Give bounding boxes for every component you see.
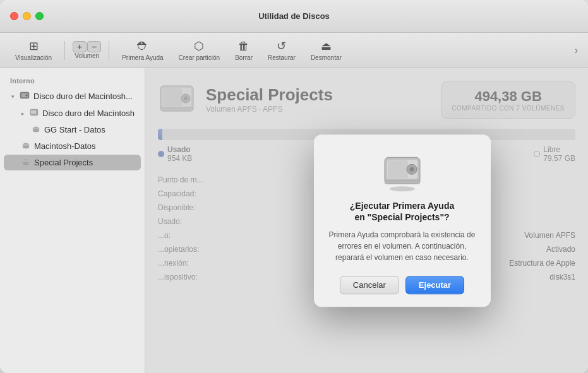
content-pane: Special Projects Volumen APFS · APFS 494… <box>145 68 588 373</box>
modal-disk-icon <box>382 152 423 192</box>
toolbar-separator-2 <box>109 41 109 60</box>
toolbar-desmontar[interactable]: ⏏ Desmontar <box>306 37 347 64</box>
svg-point-24 <box>409 167 414 171</box>
grid-icon: ⊞ <box>29 39 39 53</box>
toolbar-crear-particion-label: Crear partición <box>179 54 220 61</box>
svg-point-7 <box>33 129 39 132</box>
svg-point-26 <box>390 186 415 191</box>
toolbar: ⊞ Visualización + − Volumen ⛑ Primera Ay… <box>0 33 588 68</box>
maximize-button[interactable] <box>35 12 44 20</box>
minimize-button[interactable] <box>23 12 31 20</box>
titlebar: Utilidad de Discos <box>0 0 588 33</box>
modal-buttons: Cancelar Ejecutar <box>329 276 476 294</box>
main-window: Utilidad de Discos ⊞ Visualización + − V… <box>0 0 588 373</box>
sidebar-section-interno: Interno <box>0 73 145 87</box>
volume-icon-macintosh <box>21 141 30 151</box>
remove-button[interactable]: − <box>87 41 101 52</box>
toolbar-visualizacion[interactable]: ⊞ Visualización <box>10 37 57 64</box>
add-button[interactable]: + <box>73 41 87 52</box>
sidebar-item-macintosh-datos[interactable]: Macintosh-Datos <box>4 138 141 154</box>
toolbar-borrar[interactable]: 🗑 Borrar <box>230 37 258 64</box>
sidebar-item-disco-duro[interactable]: ▾ Disco duro del Macintosh... <box>4 88 141 105</box>
toolbar-primera-ayuda[interactable]: ⛑ Primera Ayuda <box>117 37 168 64</box>
toolbar-volumen-label: Volumen <box>75 52 99 59</box>
svg-point-13 <box>23 162 29 165</box>
restaurar-icon: ↺ <box>277 39 286 53</box>
toolbar-volumen-group: + − Volumen <box>73 41 101 59</box>
cancel-button[interactable]: Cancelar <box>340 276 399 294</box>
sidebar-item-disco-duro-label: Disco duro del Macintosh... <box>33 92 133 101</box>
title-center: Utilidad de Discos <box>258 11 330 21</box>
toolbar-borrar-label: Borrar <box>235 54 253 61</box>
primera-ayuda-dialog: ¿Ejecutar Primera Ayudaen "Special Proje… <box>314 134 491 307</box>
chevron-down-icon: ▾ <box>11 93 15 100</box>
toolbar-separator-1 <box>64 41 65 60</box>
borrar-icon: 🗑 <box>238 40 249 53</box>
toolbar-visualizacion-label: Visualización <box>15 54 52 61</box>
sidebar-item-disco-duro-sub-label: Disco duro del Macintosh <box>42 109 135 118</box>
disk-icon-sub <box>30 108 39 119</box>
main-area: Interno ▾ Disco duro del Macintosh... ▸ <box>0 68 588 373</box>
sidebar-item-macintosh-datos-label: Macintosh-Datos <box>34 141 96 151</box>
toolbar-crear-particion[interactable]: ⬡ Crear partición <box>174 37 225 64</box>
app-title: Utilidad de Discos <box>258 11 330 21</box>
disk-icon-main <box>20 90 30 102</box>
chevron-right-icon: ▸ <box>21 110 25 117</box>
toolbar-pair-buttons: + − <box>73 41 101 52</box>
svg-rect-25 <box>385 180 420 184</box>
sidebar: Interno ▾ Disco duro del Macintosh... ▸ <box>0 68 145 373</box>
volume-icon-gg <box>32 124 40 135</box>
sidebar-item-disco-duro-sub[interactable]: ▸ Disco duro del Macintosh <box>4 105 141 121</box>
close-button[interactable] <box>10 12 18 20</box>
primera-ayuda-icon: ⛑ <box>137 40 148 53</box>
desmontar-icon: ⏏ <box>321 39 332 53</box>
toolbar-primera-ayuda-label: Primera Ayuda <box>122 54 163 61</box>
svg-point-2 <box>26 95 28 97</box>
toolbar-more[interactable]: › <box>575 45 578 56</box>
svg-rect-4 <box>31 110 36 114</box>
toolbar-restaurar-label: Restaurar <box>268 54 296 61</box>
execute-button[interactable]: Ejecutar <box>405 276 464 294</box>
svg-rect-22 <box>388 160 408 178</box>
svg-point-10 <box>23 146 29 148</box>
toolbar-restaurar[interactable]: ↺ Restaurar <box>263 37 301 64</box>
sidebar-item-gg-start[interactable]: GG Start - Datos <box>4 122 141 138</box>
sidebar-item-gg-start-label: GG Start - Datos <box>44 125 105 134</box>
particion-icon: ⬡ <box>194 39 204 53</box>
modal-title: ¿Ejecutar Primera Ayudaen "Special Proje… <box>350 200 454 223</box>
sidebar-item-special-projects[interactable]: Special Projects <box>4 155 141 170</box>
modal-message: Primera Ayuda comprobará la existencia d… <box>329 229 476 263</box>
traffic-lights <box>10 12 44 20</box>
volume-icon-special <box>21 157 30 168</box>
toolbar-desmontar-label: Desmontar <box>311 54 342 61</box>
sidebar-item-special-projects-label: Special Projects <box>34 158 93 167</box>
